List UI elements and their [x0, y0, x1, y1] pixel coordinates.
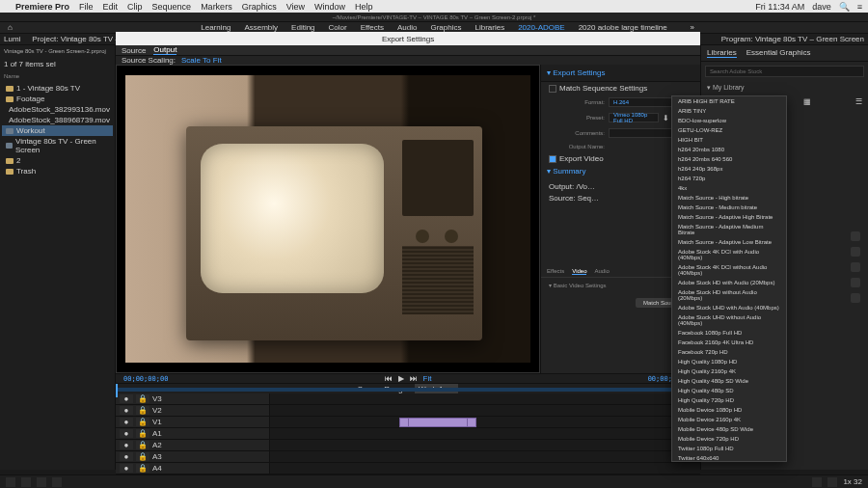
timeline-track[interactable]	[270, 428, 700, 440]
preset-option[interactable]: Adobe Stock UHD with Audio (40Mbps)	[672, 303, 786, 312]
project-item[interactable]: Vintage 80s TV - Green Screen	[2, 136, 113, 155]
subtab-effects[interactable]: Effects	[547, 268, 564, 275]
track-lock-icon[interactable]: 🔒	[136, 441, 149, 449]
preset-option[interactable]: Adobe Stock HD with Audio (20Mbps)	[672, 278, 786, 287]
subtab-audio[interactable]: Audio	[594, 268, 609, 275]
ws-assembly[interactable]: Assembly	[244, 23, 278, 32]
track-header[interactable]: ●🔒V1	[116, 417, 269, 428]
list-view-icon[interactable]: ☰	[855, 97, 862, 106]
preset-option[interactable]: High Quality 720p HD	[672, 395, 786, 405]
tab-essential-graphics[interactable]: Essential Graphics	[746, 48, 811, 58]
preset-option[interactable]: Twitter 1080p Full HD	[672, 444, 786, 453]
track-toggle-icon[interactable]: ●	[120, 418, 133, 426]
timeline-tracks[interactable]	[270, 393, 700, 474]
grid-view-icon[interactable]: ▦	[803, 97, 811, 106]
project-tree[interactable]: 1 - Vintage 80s TVFootageAdobeStock_3829…	[0, 81, 115, 178]
track-lock-icon[interactable]: 🔒	[136, 429, 149, 438]
ws-libraries[interactable]: Libraries	[475, 23, 504, 32]
preset-option[interactable]: ARIB TINY	[672, 106, 786, 116]
preset-option[interactable]: h264 20mbs 1080	[672, 145, 786, 154]
preset-option[interactable]: Adobe Stock 4K DCI with Audio (40Mbps)	[672, 247, 786, 262]
preset-option[interactable]: High Quality 480p SD	[672, 386, 786, 395]
preset-dropdown-list[interactable]: ARIB HIGH BIT RATEARIB TINYBDO-low-super…	[671, 95, 787, 462]
ws-effects[interactable]: Effects	[361, 23, 384, 32]
track-toggle-icon[interactable]: ●	[120, 429, 133, 438]
track-lock-icon[interactable]: 🔒	[136, 464, 149, 473]
preset-option[interactable]: h264 720p	[672, 174, 786, 183]
project-item[interactable]: AdobeStock_382993136.mov	[2, 104, 113, 115]
track-header[interactable]: ●🔒A1	[116, 428, 269, 440]
track-toggle-icon[interactable]: ●	[120, 394, 133, 403]
timeline-clip[interactable]	[408, 418, 468, 427]
sb-freeform-icon[interactable]	[52, 477, 62, 487]
preset-option[interactable]: High Quality 2160p 4K	[672, 366, 786, 376]
preset-option[interactable]: Facebook 2160p 4K Ultra HD	[672, 338, 786, 347]
preset-save-icon[interactable]: ⬇	[663, 114, 669, 122]
match-sequence-checkbox[interactable]	[549, 85, 556, 93]
preset-option[interactable]: Match Source - High bitrate	[672, 193, 786, 203]
timecode-in[interactable]: 00;00;00;00	[123, 375, 168, 383]
preset-dropdown[interactable]: Vimeo 1080p Full HD	[609, 113, 659, 122]
preset-option[interactable]: Mobile Device 480p SD Wide	[672, 424, 786, 434]
project-item[interactable]: 1 - Vintage 80s TV	[2, 83, 113, 94]
ws-overflow-icon[interactable]: »	[691, 23, 694, 32]
preset-option[interactable]: Adobe Stock 4K DCI without Audio (40Mbps…	[672, 262, 786, 278]
home-icon[interactable]: ⌂	[8, 23, 13, 32]
track-header[interactable]: ●🔒A3	[116, 451, 269, 463]
project-item[interactable]: Trash	[2, 166, 113, 176]
ws-large-timeline[interactable]: 2020 adobe large timeline	[579, 23, 667, 32]
timeline-track[interactable]	[270, 463, 700, 474]
ws-editing[interactable]: Editing	[291, 23, 314, 32]
preset-option[interactable]: Match Source - Adaptive High Bitrate	[672, 212, 786, 222]
library-name-dropdown[interactable]: ▾ My Library	[701, 81, 868, 95]
track-header[interactable]: ●🔒V3	[116, 393, 269, 405]
menu-file[interactable]: File	[79, 2, 94, 12]
preset-option[interactable]: Mobile Device 720p HD	[672, 434, 786, 444]
sb-icon-view-icon[interactable]	[37, 477, 46, 487]
fit-dropdown[interactable]: Fit	[423, 374, 432, 383]
track-toggle-icon[interactable]: ●	[120, 452, 133, 461]
timeline-track[interactable]	[270, 417, 700, 428]
track-header[interactable]: ●🔒A4	[116, 463, 269, 474]
app-name[interactable]: Premiere Pro	[15, 2, 69, 12]
track-toggle-icon[interactable]: ●	[120, 441, 133, 449]
preset-option[interactable]: BDO-low-superlow	[672, 116, 786, 125]
subtab-video[interactable]: Video	[572, 268, 586, 275]
preset-option[interactable]: Match Source - Medium bitrate	[672, 203, 786, 212]
export-video-checkbox[interactable]	[549, 155, 556, 163]
timeline-track[interactable]	[270, 405, 700, 417]
track-lock-icon[interactable]: 🔒	[136, 452, 149, 461]
timeline-track[interactable]	[270, 440, 700, 451]
menu-help[interactable]: Help	[355, 2, 373, 12]
source-scaling-dropdown[interactable]: Scale To Fit	[181, 56, 222, 65]
preset-option[interactable]: HIGH BIT	[672, 135, 786, 145]
sb-trash-icon[interactable]	[827, 477, 837, 487]
track-lock-icon[interactable]: 🔒	[136, 406, 149, 415]
search-icon[interactable]: 🔍	[839, 2, 850, 12]
ws-audio[interactable]: Audio	[397, 23, 417, 32]
ws-2020-adobe[interactable]: 2020-ADOBE	[518, 23, 564, 33]
preset-option[interactable]: Facebook 720p HD	[672, 347, 786, 357]
preset-option[interactable]: Adobe Stock HD without Audio (20Mbps)	[672, 287, 786, 303]
preset-option[interactable]: High Quality 480p SD Wide	[672, 376, 786, 386]
tab-lumetri[interactable]: Lumi	[4, 35, 20, 43]
preset-option[interactable]: 4kx	[672, 183, 786, 193]
menu-sequence[interactable]: Sequence	[152, 2, 192, 12]
track-lock-icon[interactable]: 🔒	[136, 394, 149, 403]
preset-option[interactable]: Twitter 640x640	[672, 453, 786, 462]
output-preview[interactable]	[116, 65, 540, 373]
preset-option[interactable]: Match Source - Adaptive Low Bitrate	[672, 237, 786, 247]
transport-next-icon[interactable]: ⏭	[410, 374, 418, 383]
project-item[interactable]: Footage	[2, 94, 113, 104]
transport-play-icon[interactable]: ▶	[398, 374, 404, 383]
menu-window[interactable]: Window	[314, 2, 345, 12]
sb-folder-icon[interactable]	[812, 477, 822, 487]
timeline-track[interactable]	[270, 451, 700, 463]
preset-option[interactable]: High Quality 1080p HD	[672, 357, 786, 366]
project-item[interactable]: 2	[2, 155, 113, 166]
preview-scrubber[interactable]	[116, 383, 700, 384]
ws-color[interactable]: Color	[329, 23, 347, 32]
tab-output-view[interactable]: Output	[153, 45, 176, 55]
menu-markers[interactable]: Markers	[201, 2, 232, 12]
preset-option[interactable]: Mobile Device 1080p HD	[672, 405, 786, 415]
